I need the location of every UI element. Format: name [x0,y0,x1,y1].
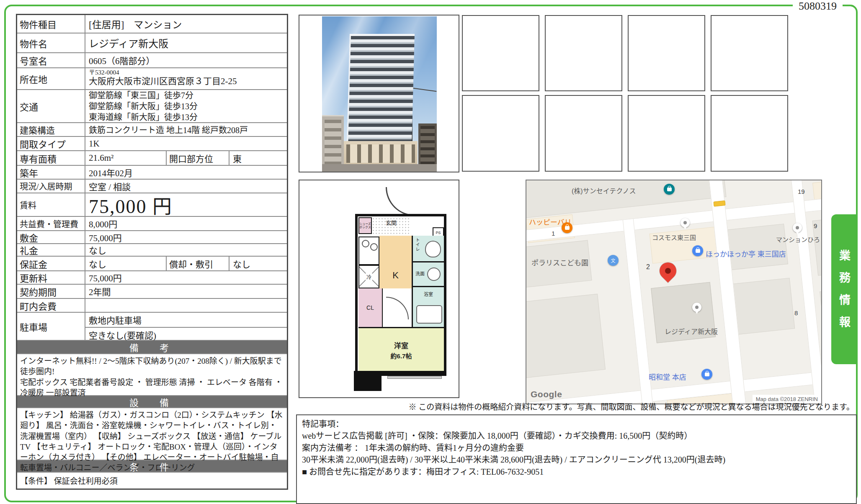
postal-code: 〒532-0004 [89,69,284,76]
entrance-hall [410,217,433,236]
poi-pin-icon [793,223,802,232]
row-value-2: 東 [229,151,287,165]
row-label-2: 開口部方位 [166,151,229,165]
row-value: 75,000円 [85,271,287,284]
closet: CL [358,288,383,327]
row-label: 建築構造 [17,123,85,136]
row-value: なし [85,257,166,270]
row-label: 契約期間 [17,285,85,298]
map-block-number: 8 [794,309,798,316]
table-row: 駐車場 敷地内駐車場 空きなし(要確認) [17,313,287,341]
burner-icon [362,240,369,247]
disclaimer-note: ※ この資料は物件の概略紹介資料になります。写真、間取図面、設備、概要などが現況… [409,401,854,412]
refrigerator-space: 冷 [358,265,379,288]
burner-icon [370,243,378,251]
document-number: 5080319 [793,0,843,13]
row-label: 現況/入居時期 [17,180,85,193]
hallway [383,288,412,327]
business-info-tab-label: 業務情報 [836,240,852,338]
western-room: 洋室 約6.7帖 [358,327,444,371]
remarks-section-header: 備 考 [17,341,287,354]
row-value: 1K [85,137,287,150]
sink-icon [427,267,441,281]
photo-slot-empty [462,15,539,91]
company-pin-icon [664,184,675,195]
row-label-2: 償却・敷引 [166,257,229,270]
row-value: 0605（6階部分） [85,53,287,67]
equipment-text: 【キッチン】 給湯器（ガス）・ガスコンロ（2口）・システムキッチン 【水廻り】 … [17,408,287,460]
balcony [354,371,382,391]
row-label: 賃料 [17,193,85,216]
table-row: 保証金 なし 償却・敷引 なし [17,257,287,271]
business-info-tab[interactable]: 業務情報 [831,214,857,364]
row-label: 礼金 [17,244,85,256]
toilet-room: トイレ [412,236,444,262]
photo-slot-empty [545,95,622,172]
neighbor-building-right [418,123,437,170]
street [322,164,437,172]
map-label-sansei: (株)サンセイテクノス [572,185,636,195]
row-value: 8,000円 [85,217,287,230]
bathroom: 浴室 [412,286,444,327]
map-block-number: 1 [552,230,555,237]
map-label-cosmos: コスモス東三国 [652,233,696,242]
row-value [85,299,287,312]
photo-slot-empty [711,15,788,91]
table-row: 物件種目 [住居用] マンション [17,15,287,33]
row-value: レジディア新大阪 [85,33,287,52]
balcony-wall [382,371,446,376]
table-row: 号室名 0605（6階部分） [17,53,287,68]
row-label: 間取タイプ [17,137,85,150]
property-flyer-page: 5080319 物件種目 [住居用] マンション 物件名 レジディア新大阪 号室… [0,0,861,504]
row-label: 共益費・管理費 [17,217,85,230]
map-label-residia: レジディア新大阪 [665,326,718,336]
google-logo: Google [531,389,562,399]
table-row: 物件名 レジディア新大阪 [17,33,287,53]
photo-slot-empty [545,15,622,91]
property-detail-table: 物件種目 [住居用] マンション 物件名 レジディア新大阪 号室名 0605（6… [16,14,288,490]
washroom: 洗面 [412,262,444,286]
poi-pin-icon [681,218,690,227]
row-label: 駐車場 [17,313,85,340]
table-row: 所在地 〒532-0004 大阪府大阪市淀川区西宮原３丁目2-25 [17,68,287,90]
transport-lines: 御堂筋線「東三国」徒歩7分 御堂筋線「新大阪」徒歩13分 東海道線「新大阪」徒歩… [85,90,287,122]
photo-slot-empty [628,15,705,91]
toilet-bowl-icon [425,241,441,257]
shop-pin-icon [692,245,703,256]
row-value: [住居用] マンション [85,15,287,33]
table-row: 契約期間 2年間 [17,285,287,299]
parking-line-2: 空きなし(要確認) [85,328,287,342]
row-label: 物件種目 [17,15,85,33]
table-row: 間取タイプ 1K [17,137,287,151]
map-block-number: 9 [814,222,817,229]
shop-pin-icon [701,369,712,380]
map-label-polaris: ポラリスこども園 [531,257,588,267]
row-label: 所在地 [17,68,85,89]
photo-slot-empty [711,95,788,172]
special-notes-box: 特記事項： webサービス広告掲載 [許可] ・保険：保険要加入 18,000円… [296,414,857,504]
row-value: 鉄筋コンクリート造 地上14階 総戸数208戸 [85,123,287,136]
row-value: 21.6m² [85,151,166,165]
location-map[interactable]: (株)サンセイテクノス ハッピーバリ 1 19 9 コスモス東三国 マンションひ… [526,180,822,404]
stove-unit [358,237,379,265]
restaurant-pin-icon [562,222,572,233]
table-row: 敷金 75,000円 [17,231,287,244]
school-pin-icon: 文 [608,255,619,266]
address-text: 大阪府大阪市淀川区西宮原３丁目2-25 [89,76,284,87]
photo-slot-empty [462,95,539,172]
tower-lower-floors [344,141,418,167]
table-row: 共益費・管理費 8,000円 [17,217,287,231]
table-row: 交通 御堂筋線「東三国」徒歩7分 御堂筋線「新大阪」徒歩13分 東海道線「新大阪… [17,90,287,123]
row-value: 75,000円 [85,231,287,243]
row-value: 2014年02月 [85,166,287,179]
row-label: 交通 [17,90,85,122]
neighbor-building-left [322,115,344,171]
table-row: 更新料 75,000円 [17,271,287,285]
room-door-arc [386,297,409,319]
map-label-showado: 昭和堂 本店 [649,371,686,382]
table-row: 礼金 なし [17,244,287,257]
kitchen-area: K [379,236,412,288]
balcony-rail [387,376,442,379]
map-road-layer [526,180,822,404]
remarks-text: インターネット無料!! / 2～5階床下収納あり(207・208除く) / 新大… [17,354,287,395]
